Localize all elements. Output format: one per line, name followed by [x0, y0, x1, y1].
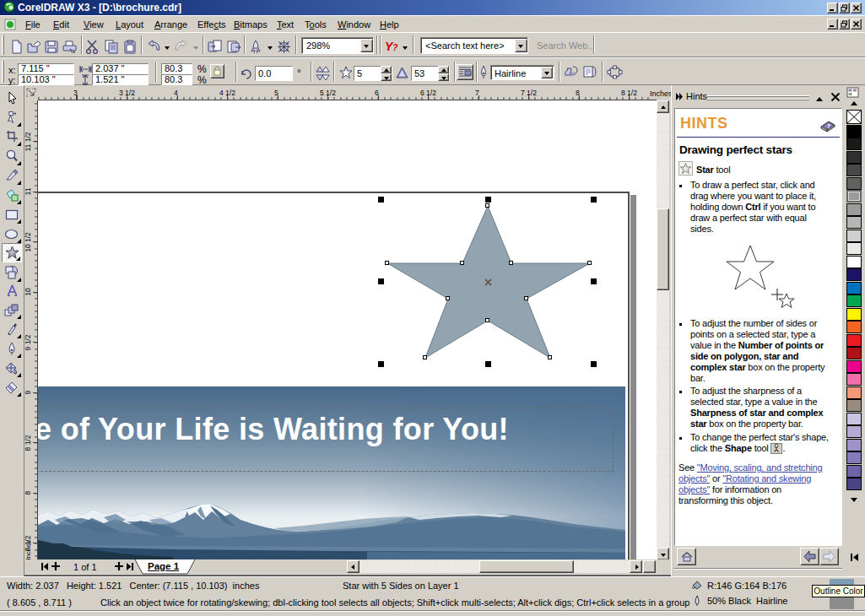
svg-text:?: ?: [827, 123, 830, 129]
